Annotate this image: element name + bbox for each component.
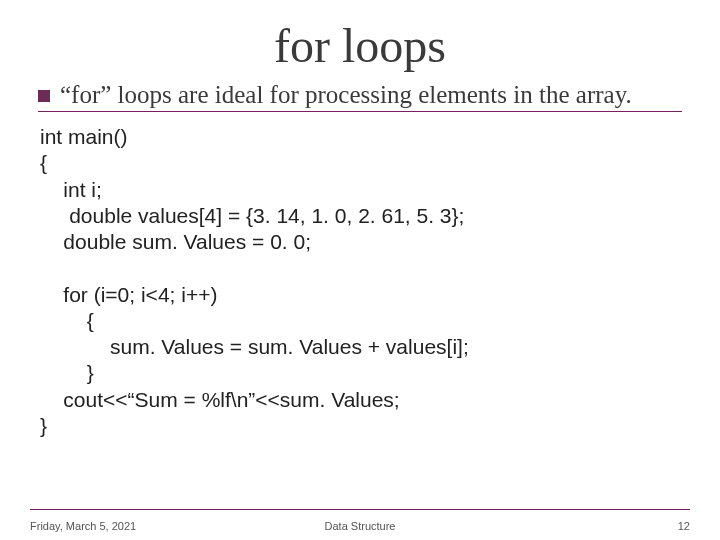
subtitle-row: “for” loops are ideal for processing ele… bbox=[38, 81, 682, 112]
footer-divider bbox=[30, 509, 690, 510]
code-line: } bbox=[40, 361, 94, 384]
bullet-icon bbox=[38, 90, 50, 102]
code-line: { bbox=[40, 309, 94, 332]
code-block: int main() { int i; double values[4] = {… bbox=[38, 124, 682, 540]
code-line: cout<<“Sum = %lf\n”<<sum. Values; bbox=[40, 388, 400, 411]
code-line: double values[4] = {3. 14, 1. 0, 2. 61, … bbox=[40, 204, 464, 227]
footer-date: Friday, March 5, 2021 bbox=[30, 520, 136, 532]
code-line: int i; bbox=[40, 178, 102, 201]
slide-subtitle: “for” loops are ideal for processing ele… bbox=[60, 81, 632, 109]
code-line: } bbox=[40, 414, 47, 437]
code-line: { bbox=[40, 151, 47, 174]
code-line: int main() bbox=[40, 125, 128, 148]
code-line: sum. Values = sum. Values + values[i]; bbox=[40, 335, 469, 358]
slide-title: for loops bbox=[38, 18, 682, 73]
slide-footer: Friday, March 5, 2021 Data Structure 12 bbox=[30, 520, 690, 532]
code-line: for (i=0; i<4; i++) bbox=[40, 283, 217, 306]
footer-page-number: 12 bbox=[678, 520, 690, 532]
slide: for loops “for” loops are ideal for proc… bbox=[0, 0, 720, 540]
code-line: double sum. Values = 0. 0; bbox=[40, 230, 311, 253]
